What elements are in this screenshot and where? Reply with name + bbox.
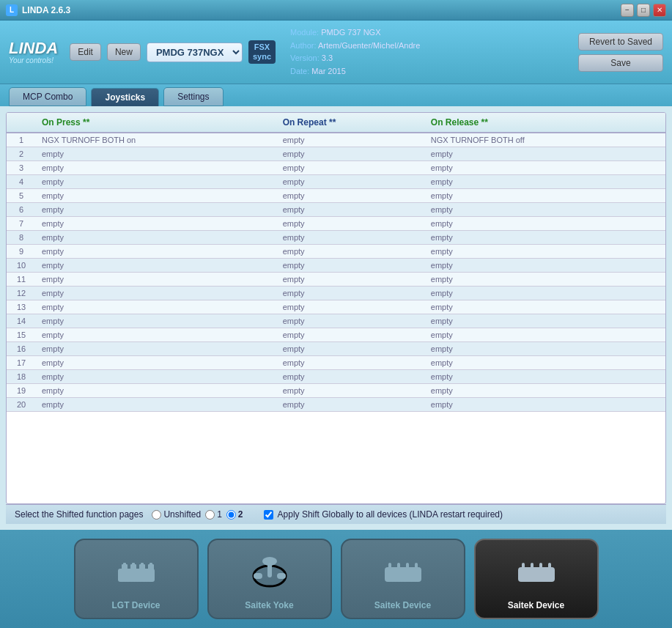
new-button[interactable]: New: [107, 43, 141, 61]
table-row[interactable]: 4emptyemptyempty: [7, 175, 665, 189]
device-card[interactable]: Saitek Device: [474, 539, 599, 619]
cell-release[interactable]: empty: [425, 314, 665, 328]
table-row[interactable]: 17emptyemptyempty: [7, 356, 665, 370]
cell-release[interactable]: empty: [425, 300, 665, 314]
cell-release[interactable]: empty: [425, 161, 665, 175]
cell-press[interactable]: empty: [36, 245, 277, 259]
cell-press[interactable]: empty: [36, 356, 277, 370]
cell-repeat[interactable]: empty: [277, 342, 425, 356]
cell-repeat[interactable]: empty: [277, 300, 425, 314]
cell-release[interactable]: empty: [425, 287, 665, 300]
cell-release[interactable]: empty: [425, 384, 665, 398]
table-row[interactable]: 9emptyemptyempty: [7, 245, 665, 259]
table-row[interactable]: 20emptyemptyempty: [7, 398, 665, 412]
cell-release[interactable]: empty: [425, 328, 665, 342]
maximize-button[interactable]: □: [637, 4, 650, 17]
cell-release[interactable]: empty: [425, 217, 665, 231]
radio-1-input[interactable]: [205, 510, 215, 520]
cell-press[interactable]: empty: [36, 398, 277, 412]
device-card[interactable]: Saitek Device: [341, 539, 465, 619]
cell-repeat[interactable]: empty: [277, 217, 425, 231]
table-row[interactable]: 15emptyemptyempty: [7, 328, 665, 342]
table-row[interactable]: 6emptyemptyempty: [7, 203, 665, 217]
cell-release[interactable]: empty: [425, 356, 665, 370]
cell-repeat[interactable]: empty: [277, 273, 425, 287]
table-row[interactable]: 3emptyemptyempty: [7, 161, 665, 175]
cell-repeat[interactable]: empty: [277, 147, 425, 161]
cell-press[interactable]: empty: [36, 175, 277, 189]
cell-release[interactable]: empty: [425, 189, 665, 203]
cell-press[interactable]: empty: [36, 161, 277, 175]
cell-repeat[interactable]: empty: [277, 259, 425, 273]
cell-press[interactable]: empty: [36, 300, 277, 314]
cell-repeat[interactable]: empty: [277, 287, 425, 300]
cell-repeat[interactable]: empty: [277, 189, 425, 203]
minimize-button[interactable]: −: [621, 4, 634, 17]
cell-press[interactable]: empty: [36, 147, 277, 161]
cell-press[interactable]: NGX TURNOFF BOTH on: [36, 133, 277, 147]
radio-unshifted[interactable]: Unshifted: [152, 509, 201, 520]
edit-button[interactable]: Edit: [70, 43, 101, 61]
table-row[interactable]: 2emptyemptyempty: [7, 147, 665, 161]
cell-repeat[interactable]: empty: [277, 161, 425, 175]
cell-release[interactable]: empty: [425, 259, 665, 273]
device-card[interactable]: Saitek Yoke: [207, 539, 332, 619]
table-row[interactable]: 16emptyemptyempty: [7, 342, 665, 356]
device-card[interactable]: LGT Device: [74, 539, 199, 619]
cell-repeat[interactable]: empty: [277, 203, 425, 217]
table-row[interactable]: 10emptyemptyempty: [7, 259, 665, 273]
table-row[interactable]: 13emptyemptyempty: [7, 300, 665, 314]
cell-press[interactable]: empty: [36, 231, 277, 245]
table-row[interactable]: 11emptyemptyempty: [7, 273, 665, 287]
save-button[interactable]: Save: [578, 54, 663, 72]
cell-press[interactable]: empty: [36, 259, 277, 273]
table-row[interactable]: 12emptyemptyempty: [7, 287, 665, 300]
table-row[interactable]: 5emptyemptyempty: [7, 189, 665, 203]
table-row[interactable]: 1NGX TURNOFF BOTH onemptyNGX TURNOFF BOT…: [7, 133, 665, 147]
cell-release[interactable]: empty: [425, 231, 665, 245]
table-row[interactable]: 7emptyemptyempty: [7, 217, 665, 231]
table-row[interactable]: 14emptyemptyempty: [7, 314, 665, 328]
cell-repeat[interactable]: empty: [277, 384, 425, 398]
apply-shift-checkbox[interactable]: [264, 510, 273, 520]
cell-repeat[interactable]: empty: [277, 245, 425, 259]
cell-release[interactable]: NGX TURNOFF BOTH off: [425, 133, 665, 147]
radio-2-input[interactable]: [226, 510, 236, 520]
cell-repeat[interactable]: empty: [277, 356, 425, 370]
cell-release[interactable]: empty: [425, 273, 665, 287]
cell-release[interactable]: empty: [425, 370, 665, 384]
radio-2[interactable]: 2: [226, 509, 243, 520]
table-row[interactable]: 18emptyemptyempty: [7, 370, 665, 384]
table-row[interactable]: 19emptyemptyempty: [7, 384, 665, 398]
cell-repeat[interactable]: empty: [277, 231, 425, 245]
close-button[interactable]: ✕: [653, 4, 666, 17]
cell-release[interactable]: empty: [425, 342, 665, 356]
revert-button[interactable]: Revert to Saved: [578, 33, 663, 51]
cell-press[interactable]: empty: [36, 314, 277, 328]
radio-1[interactable]: 1: [205, 509, 222, 520]
cell-release[interactable]: empty: [425, 398, 665, 412]
cell-release[interactable]: empty: [425, 245, 665, 259]
cell-repeat[interactable]: empty: [277, 314, 425, 328]
table-row[interactable]: 8emptyemptyempty: [7, 231, 665, 245]
radio-unshifted-input[interactable]: [152, 510, 161, 520]
cell-press[interactable]: empty: [36, 217, 277, 231]
tab-joysticks[interactable]: Joysticks: [91, 88, 159, 106]
cell-repeat[interactable]: empty: [277, 370, 425, 384]
cell-release[interactable]: empty: [425, 147, 665, 161]
cell-press[interactable]: empty: [36, 287, 277, 300]
cell-repeat[interactable]: empty: [277, 175, 425, 189]
cell-press[interactable]: empty: [36, 342, 277, 356]
cell-press[interactable]: empty: [36, 370, 277, 384]
cell-repeat[interactable]: empty: [277, 398, 425, 412]
cell-press[interactable]: empty: [36, 328, 277, 342]
cell-release[interactable]: empty: [425, 175, 665, 189]
cell-repeat[interactable]: empty: [277, 133, 425, 147]
cell-repeat[interactable]: empty: [277, 328, 425, 342]
cell-press[interactable]: empty: [36, 189, 277, 203]
tab-mcp-combo[interactable]: MCP Combo: [9, 87, 86, 106]
module-dropdown[interactable]: PMDG 737NGX: [147, 43, 243, 62]
tab-settings[interactable]: Settings: [163, 87, 223, 106]
cell-press[interactable]: empty: [36, 203, 277, 217]
cell-press[interactable]: empty: [36, 273, 277, 287]
